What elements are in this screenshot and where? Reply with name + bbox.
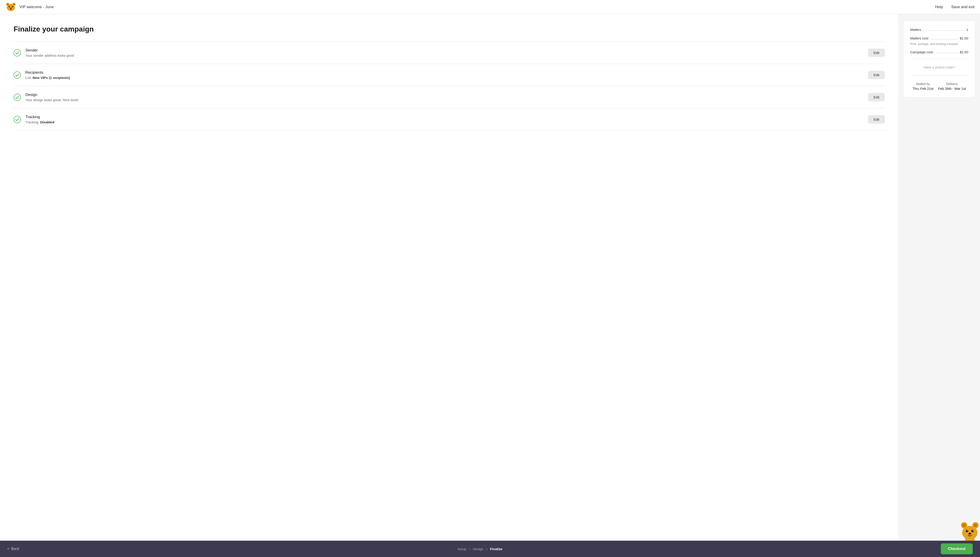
sender-info: Sender Your sender address looks good — [25, 48, 863, 57]
section-sender: Sender Your sender address looks good Ed… — [14, 42, 885, 64]
svg-point-10 — [10, 8, 11, 9]
campaign-cost-value: $1.50 — [960, 50, 968, 54]
svg-point-18 — [974, 523, 977, 527]
campaign-cost-label: Campaign cost — [910, 50, 933, 54]
cost-card: Mailers 1 Mailers cost $1.50 Print, post… — [904, 21, 975, 97]
design-name: Design — [25, 93, 863, 97]
sender-edit-button[interactable]: Edit — [868, 49, 885, 57]
delivery-date: Feb 26th - Mar 1st — [938, 86, 966, 91]
logo-area — [5, 2, 16, 13]
svg-point-23 — [972, 530, 974, 531]
main-content: Finalize your campaign Sender Your sende… — [0, 14, 980, 541]
help-button[interactable]: Help — [935, 5, 943, 9]
svg-point-20 — [966, 530, 969, 532]
svg-point-25 — [969, 533, 971, 534]
sender-name: Sender — [25, 48, 863, 53]
campaign-cost-dots — [934, 53, 958, 53]
mailers-dots — [922, 30, 965, 31]
section-recipients: Recipients List: New VIPs (1 recipients)… — [14, 64, 885, 86]
page-title: Finalize your campaign — [14, 25, 885, 33]
breadcrumb-design: Design — [473, 547, 484, 551]
recipients-desc: List: New VIPs (1 recipients) — [25, 76, 863, 80]
design-edit-button[interactable]: Edit — [868, 93, 885, 101]
back-arrow-icon: < — [7, 547, 9, 551]
app-footer: < Back Setup > Design > Finalize Checkou… — [0, 541, 980, 557]
delivery-col: Delivery Feb 26th - Mar 1st — [938, 82, 966, 91]
svg-point-13 — [14, 94, 21, 101]
design-info: Design Your design looks great. Nice wor… — [25, 93, 863, 102]
print-note: Print, postage, and tracking included — [910, 42, 968, 46]
mailers-label: Mailers — [910, 28, 921, 31]
breadcrumb-sep-2: > — [486, 547, 488, 551]
sender-check-icon — [14, 49, 21, 57]
recipients-name: Recipients — [25, 70, 863, 75]
design-desc: Your design looks great. Nice work! — [25, 98, 863, 102]
breadcrumb-sep-1: > — [469, 547, 471, 551]
tracking-desc: Tracking: Disabled — [25, 120, 863, 124]
campaign-cost-row: Campaign cost $1.50 — [910, 50, 968, 54]
breadcrumb: Setup > Design > Finalize — [19, 547, 941, 551]
breadcrumb-setup: Setup — [458, 547, 466, 551]
mailers-cost-label: Mailers cost — [910, 36, 928, 40]
svg-point-22 — [967, 530, 968, 531]
back-button[interactable]: < Back — [7, 547, 19, 551]
logo-bear-icon — [5, 2, 16, 13]
mailed-by-label: Mailed by — [912, 82, 933, 86]
mailers-cost-row: Mailers cost $1.50 — [910, 36, 968, 41]
mailers-cost-value: $1.50 — [960, 36, 968, 40]
left-panel: Finalize your campaign Sender Your sende… — [0, 14, 899, 541]
svg-point-21 — [971, 530, 974, 532]
svg-point-4 — [7, 4, 15, 11]
save-exit-button[interactable]: Save and exit — [951, 5, 975, 9]
svg-point-14 — [14, 116, 21, 123]
svg-point-5 — [9, 6, 10, 7]
promo-code-link[interactable]: Have a promo code? — [910, 64, 968, 71]
svg-point-12 — [14, 72, 21, 78]
sections-list: Sender Your sender address looks good Ed… — [14, 41, 885, 130]
campaign-name: VIP welcome - June — [19, 5, 54, 9]
section-tracking: Tracking Tracking: Disabled Edit — [14, 108, 885, 130]
delivery-section: Mailed by Thu, Feb 21st Delivery Feb 26t… — [910, 80, 968, 91]
cost-divider-2 — [910, 75, 968, 76]
tracking-check-icon — [14, 116, 21, 123]
section-design: Design Your design looks great. Nice wor… — [14, 86, 885, 108]
mailed-by-date: Thu, Feb 21st — [912, 86, 933, 91]
recipients-edit-button[interactable]: Edit — [868, 71, 885, 79]
mailers-row: Mailers 1 — [910, 28, 968, 32]
recipients-info: Recipients List: New VIPs (1 recipients) — [25, 70, 863, 80]
recipients-check-icon — [14, 72, 21, 79]
design-check-icon — [14, 94, 21, 101]
tracking-info: Tracking Tracking: Disabled — [25, 115, 863, 124]
bear-mascot-corner — [960, 520, 980, 541]
mailers-cost-dots — [930, 39, 958, 39]
header-actions: Help Save and exit — [935, 5, 975, 9]
mailed-by-col: Mailed by Thu, Feb 21st — [912, 82, 933, 91]
svg-point-8 — [13, 6, 13, 7]
back-label: Back — [11, 547, 19, 551]
right-panel: Mailers 1 Mailers cost $1.50 Print, post… — [899, 14, 980, 541]
tracking-name: Tracking — [25, 115, 863, 119]
svg-point-6 — [12, 6, 13, 7]
mailers-value: 1 — [966, 28, 968, 31]
tracking-edit-button[interactable]: Edit — [868, 115, 885, 124]
svg-point-11 — [14, 49, 21, 56]
breadcrumb-finalize: Finalize — [490, 547, 503, 551]
app-header: VIP welcome - June Help Save and exit — [0, 0, 980, 14]
svg-point-17 — [962, 523, 966, 527]
checkout-button[interactable]: Checkout — [941, 543, 973, 554]
delivery-label: Delivery — [938, 82, 966, 86]
sender-desc: Your sender address looks good — [25, 54, 863, 57]
bear-mascot-icon — [960, 520, 980, 541]
svg-point-7 — [9, 6, 10, 7]
